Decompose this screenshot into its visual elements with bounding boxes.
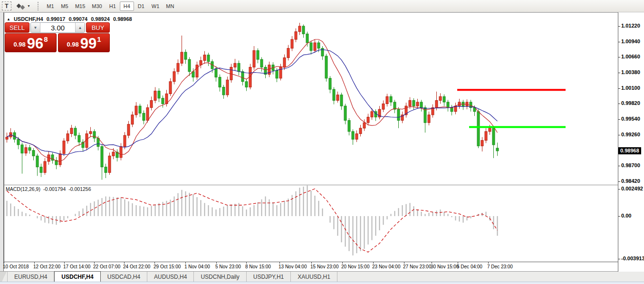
chart-title: ▲ USDCHF,H4 0.99017 0.99074 0.98924 0.98… bbox=[7, 16, 132, 22]
time-tick-mark bbox=[432, 262, 432, 264]
timeframe-mn[interactable]: MN bbox=[163, 1, 177, 11]
timeframe-w1[interactable]: W1 bbox=[148, 1, 163, 11]
chart-window-left-edge bbox=[0, 12, 4, 272]
timeframe-m1[interactable]: M1 bbox=[43, 1, 58, 11]
macd-name: MACD(12,26,9) bbox=[6, 186, 40, 192]
time-tick-mark bbox=[458, 262, 458, 264]
chart-close: 0.98968 bbox=[113, 16, 132, 22]
tab-usdchf-h4[interactable]: USDCHF,H4 bbox=[54, 271, 100, 282]
time-tick-label: 17 Oct 14:00 bbox=[63, 264, 90, 269]
text-tool-button[interactable]: T bbox=[2, 1, 11, 10]
arrows-tool-button[interactable]: ▼ bbox=[15, 2, 32, 10]
price-tick: 0.99820 bbox=[621, 100, 640, 106]
time-tick-mark bbox=[185, 262, 186, 264]
buy-price-base: 0.98 bbox=[67, 41, 78, 50]
buy-price-display[interactable]: 0.98 99 1 bbox=[58, 33, 110, 52]
time-tick-mark bbox=[154, 262, 155, 264]
timeframe-m5[interactable]: M5 bbox=[58, 1, 72, 11]
tab-audusd-h4[interactable]: AUDUSD,H4 bbox=[147, 272, 194, 282]
time-tick-label: 13 Nov 04:00 bbox=[279, 264, 307, 269]
chart-high: 0.99074 bbox=[68, 16, 87, 22]
volume-stepper: ▼ 3.00 ▲ bbox=[30, 22, 85, 33]
timeframe-h4[interactable]: H4 bbox=[120, 1, 134, 11]
volume-increase-button[interactable]: ▲ bbox=[75, 23, 85, 32]
timeframe-m15[interactable]: M15 bbox=[72, 1, 88, 11]
sell-price-point: 8 bbox=[44, 35, 48, 43]
time-tick-mark bbox=[279, 262, 280, 264]
time-tick-label: 15 Nov 23:00 bbox=[310, 264, 339, 269]
time-tick-label: 12 Oct 22:00 bbox=[33, 264, 60, 269]
chevron-down-icon[interactable]: ▼ bbox=[27, 4, 30, 8]
collapse-marker-icon[interactable]: ▲ bbox=[7, 17, 10, 21]
price-tick: 1.00940 bbox=[621, 38, 640, 44]
tab-usdcad-h4[interactable]: USDCAD,H4 bbox=[101, 272, 147, 282]
tab-eurusd-h4[interactable]: EURUSD,H4 bbox=[8, 272, 54, 282]
volume-input[interactable]: 3.00 bbox=[40, 23, 75, 32]
arrow-object-icon bbox=[20, 5, 25, 10]
time-tick-label: 20 Nov 15:00 bbox=[341, 264, 370, 269]
time-tick-label: 5 Nov 23:00 bbox=[215, 264, 241, 269]
price-tick: 0.99540 bbox=[621, 116, 640, 122]
buy-price-point: 1 bbox=[97, 35, 101, 43]
time-tick-mark bbox=[216, 262, 217, 264]
price-tick: 0.98420 bbox=[621, 178, 640, 184]
chart-tabs: EURUSD,H4USDCHF,H4USDCAD,H4AUDUSD,H4USDC… bbox=[0, 271, 644, 282]
time-tick-label: 29 Oct 15:00 bbox=[154, 264, 181, 269]
tab-bar-corner bbox=[0, 272, 8, 282]
price-axis[interactable]: 1.012201.009401.006601.003801.001000.998… bbox=[618, 12, 644, 272]
macd-label: MACD(12,26,9) -0.001794 -0.001256 bbox=[6, 186, 91, 192]
macd-axis-tick: 0.00 bbox=[621, 213, 631, 218]
macd-axis-tick: 0.002492 bbox=[621, 186, 643, 191]
tab-xauusd-h1[interactable]: XAUUSD,H1 bbox=[291, 272, 337, 282]
triangle-up-icon: ▲ bbox=[78, 26, 82, 30]
buy-button[interactable]: BUY bbox=[86, 22, 110, 33]
tab-usdcnh-daily[interactable]: USDCNH,Daily bbox=[194, 272, 246, 282]
toolbar-separator bbox=[37, 1, 39, 11]
chart-symbol-period: USDCHF,H4 bbox=[14, 16, 43, 22]
sell-button[interactable]: SELL bbox=[5, 22, 29, 33]
time-tick-label: 23 Nov 04:00 bbox=[372, 264, 401, 269]
timeframe-h1[interactable]: H1 bbox=[106, 1, 120, 11]
time-tick-mark bbox=[64, 262, 65, 264]
current-price-label: 0.98968 bbox=[618, 147, 641, 154]
time-tick-label: 7 Dec 23:00 bbox=[487, 264, 513, 269]
triangle-down-icon: ▼ bbox=[34, 26, 38, 30]
time-tick-mark bbox=[342, 262, 343, 264]
sell-price-pips: 96 bbox=[27, 38, 43, 50]
time-tick-label: 5 Dec 04:00 bbox=[457, 264, 482, 269]
time-tick-mark bbox=[488, 262, 489, 264]
price-tick: 1.00100 bbox=[621, 85, 640, 91]
time-tick-label: 22 Oct 07:00 bbox=[93, 264, 120, 269]
timeframe-group: M1M5M15M30H1H4D1W1MN bbox=[43, 1, 177, 11]
time-tick-label: 30 Nov 15:00 bbox=[431, 264, 459, 269]
time-tick-mark bbox=[246, 262, 247, 264]
sell-price-display[interactable]: 0.98 96 8 bbox=[5, 33, 57, 52]
sell-button-label: SELL bbox=[10, 24, 25, 31]
price-tick: 0.98700 bbox=[621, 162, 640, 168]
window-bottom-edge bbox=[0, 282, 644, 284]
buy-button-label: BUY bbox=[92, 24, 105, 31]
time-tick-label: 27 Nov 23:00 bbox=[403, 264, 432, 269]
time-tick-mark bbox=[34, 262, 35, 264]
one-click-trading-panel: SELL ▼ 3.00 ▲ BUY 0.98 96 8 0. bbox=[5, 22, 110, 53]
macd-axis-tick: -0.003913 bbox=[621, 256, 644, 261]
time-tick-mark bbox=[94, 262, 95, 264]
buy-price-pips: 99 bbox=[80, 38, 96, 50]
time-axis[interactable]: 10 Oct 201812 Oct 22:0017 Oct 14:0022 Oc… bbox=[4, 262, 644, 271]
price-tick: 1.00660 bbox=[621, 54, 640, 59]
time-tick-mark bbox=[373, 262, 374, 264]
sell-price-base: 0.98 bbox=[13, 41, 25, 50]
time-tick-mark bbox=[311, 262, 312, 264]
time-tick-label: 24 Oct 22:00 bbox=[123, 264, 150, 269]
tab-usdjpy-h1[interactable]: USDJPY,H1 bbox=[247, 272, 291, 282]
timeframe-d1[interactable]: D1 bbox=[134, 1, 148, 11]
price-tick: 1.00380 bbox=[621, 69, 640, 75]
time-tick-label: 1 Nov 04:00 bbox=[184, 264, 210, 269]
timeframe-m30[interactable]: M30 bbox=[88, 1, 105, 11]
time-tick-mark bbox=[4, 262, 4, 264]
volume-decrease-button[interactable]: ▼ bbox=[31, 23, 40, 32]
time-tick-label: 10 Oct 2018 bbox=[3, 264, 29, 269]
trading-app-window: T ▼ M1M5M15M30H1H4D1W1MN ▲ USDCHF,H4 0.9… bbox=[0, 0, 644, 284]
chart-open: 0.99017 bbox=[47, 16, 66, 22]
price-tick: 0.99260 bbox=[621, 132, 640, 137]
